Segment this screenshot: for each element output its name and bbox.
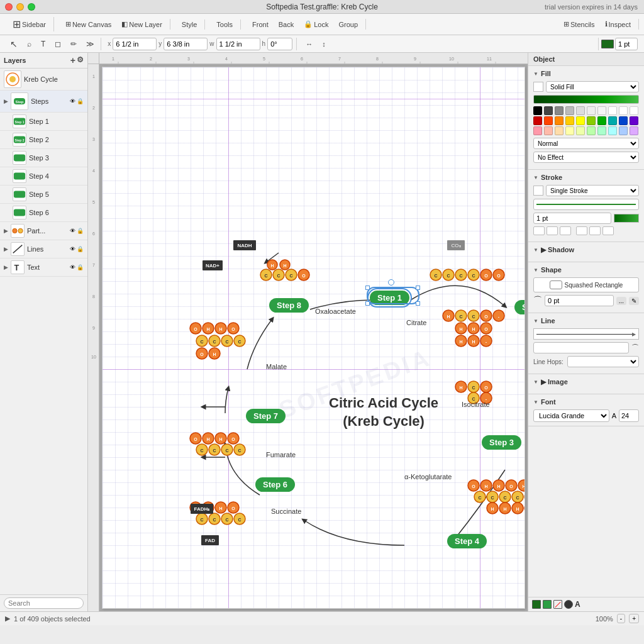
layer-item-krebcycle[interactable]: Kreb Cycle: [0, 69, 87, 91]
step-label-3[interactable]: Step 3: [482, 435, 521, 450]
stroke-section-title[interactable]: Stroke: [533, 174, 639, 181]
lines-visible-icon[interactable]: 👁: [70, 246, 75, 252]
line-curve-input[interactable]: [533, 342, 629, 353]
color-white[interactable]: [608, 106, 617, 115]
stroke-check[interactable]: [533, 186, 543, 196]
expand-button[interactable]: ▶: [5, 614, 10, 623]
shape-edit-button[interactable]: ✎: [629, 297, 639, 305]
stencils-button[interactable]: ⊞ Stencils: [560, 19, 599, 30]
step-label-2[interactable]: Step 2: [514, 300, 525, 314]
text-color-indicator[interactable]: [564, 600, 573, 609]
front-button[interactable]: Front: [248, 19, 272, 30]
y-position-input[interactable]: 6 3/8 in: [164, 38, 208, 50]
layer-item-step5[interactable]: Step 5: [0, 186, 87, 204]
color-white2[interactable]: [619, 106, 628, 115]
color-pale-yellow[interactable]: [565, 126, 574, 135]
stroke-type-select[interactable]: Single Stroke: [546, 185, 639, 196]
lines-lock-icon[interactable]: 🔒: [77, 246, 84, 252]
fill-gradient-bar[interactable]: [533, 95, 639, 104]
corner-radius-input[interactable]: [545, 295, 614, 306]
fill-color-indicator[interactable]: [532, 600, 541, 609]
fill-section-title[interactable]: Fill: [533, 70, 639, 77]
text-lock-icon[interactable]: 🔒: [77, 264, 84, 270]
text-tool-button[interactable]: T: [37, 38, 49, 50]
selection-handle-tl[interactable]: [365, 286, 370, 290]
color-cyan[interactable]: [608, 126, 617, 135]
color-darkgray[interactable]: [544, 106, 553, 115]
cap-square[interactable]: [560, 226, 571, 235]
layer-expand-lines[interactable]: ▶: [4, 246, 8, 252]
effect-select[interactable]: No Effect: [533, 152, 639, 163]
fill-type-select[interactable]: Solid Fill: [546, 81, 639, 92]
color-black[interactable]: [533, 106, 542, 115]
flip-v-button[interactable]: ↕: [318, 39, 330, 49]
selection-handle-bl[interactable]: [365, 301, 370, 306]
settings-icon[interactable]: ⚙: [77, 55, 84, 65]
join-miter[interactable]: [576, 226, 587, 235]
color-white3[interactable]: [630, 106, 638, 115]
layer-item-step2[interactable]: Step 2 Step 2: [0, 131, 87, 149]
step-label-4[interactable]: Step 4: [447, 534, 487, 548]
shape-tool-button[interactable]: ◻: [51, 38, 65, 50]
color-nearwhite[interactable]: [597, 106, 606, 115]
blend-mode-select[interactable]: Normal: [533, 138, 639, 149]
image-section-title[interactable]: ▶ Image: [533, 378, 639, 386]
join-bevel[interactable]: [602, 226, 614, 235]
color-green[interactable]: [597, 116, 606, 125]
stroke-color-swatch[interactable]: [601, 40, 614, 48]
add-layer-button[interactable]: +: [70, 55, 75, 65]
step-label-8[interactable]: Step 8: [269, 298, 309, 313]
cap-round[interactable]: [547, 226, 558, 235]
color-lighter[interactable]: [576, 106, 585, 115]
cap-flat[interactable]: [533, 226, 545, 235]
back-button[interactable]: Back: [275, 19, 297, 30]
close-button[interactable]: [5, 3, 13, 11]
color-blue[interactable]: [619, 116, 628, 125]
color-yellow-green[interactable]: [576, 126, 585, 135]
color-gold[interactable]: [565, 116, 574, 125]
stroke-size-input[interactable]: [615, 38, 638, 50]
step-label-7[interactable]: Step 7: [246, 409, 286, 423]
zoom-tool-button[interactable]: ⌕: [23, 38, 35, 50]
minimize-button[interactable]: [16, 3, 24, 11]
color-lavender[interactable]: [630, 126, 638, 135]
color-mint[interactable]: [597, 126, 606, 135]
group-button[interactable]: Group: [335, 19, 362, 30]
stroke-size-field[interactable]: [533, 213, 611, 224]
stroke-color-indicator[interactable]: [543, 600, 552, 609]
color-pink[interactable]: [533, 126, 542, 135]
color-verylight[interactable]: [587, 106, 596, 115]
flip-h-button[interactable]: ↔: [302, 39, 316, 49]
selection-tool-button[interactable]: ↖: [6, 38, 21, 50]
maximize-button[interactable]: [28, 3, 35, 11]
join-round[interactable]: [589, 226, 601, 235]
parts-lock-icon[interactable]: 🔒: [77, 228, 84, 234]
layer-item-text[interactable]: ▶ T Text 👁 🔒: [0, 258, 87, 277]
color-light-green[interactable]: [587, 126, 596, 135]
layer-item-parts[interactable]: ▶ Part... 👁 🔒: [0, 222, 87, 240]
layer-visible-icon[interactable]: 👁: [70, 98, 75, 104]
shadow-section-title[interactable]: ▶ Shadow: [533, 246, 639, 254]
more-tools-button[interactable]: ≫: [82, 38, 98, 50]
zoom-increase-button[interactable]: +: [629, 614, 639, 623]
font-name-select[interactable]: Lucida Grande: [533, 409, 609, 422]
color-sky[interactable]: [619, 126, 628, 135]
color-lightgray[interactable]: [565, 106, 574, 115]
lock-button[interactable]: 🔒 Lock: [300, 19, 332, 30]
height-input[interactable]: [267, 38, 292, 50]
color-yellow[interactable]: [576, 116, 585, 125]
color-lime[interactable]: [587, 116, 596, 125]
no-fill-indicator[interactable]: [553, 600, 562, 609]
color-teal[interactable]: [608, 116, 617, 125]
layer-item-step4[interactable]: Step 4: [0, 167, 87, 186]
style-button[interactable]: Style: [178, 19, 201, 30]
fill-check[interactable]: [533, 82, 543, 92]
shape-section-title[interactable]: Shape: [533, 266, 639, 274]
x-position-input[interactable]: 6 1/2 in: [113, 38, 157, 50]
new-layer-button[interactable]: ◧ New Layer: [118, 19, 166, 30]
selection-handle-tr[interactable]: [416, 286, 420, 290]
layer-item-lines[interactable]: ▶ Lines 👁 🔒: [0, 240, 87, 258]
font-size-input[interactable]: [619, 409, 639, 422]
rotation-handle[interactable]: [388, 279, 394, 286]
color-peach[interactable]: [544, 126, 553, 135]
